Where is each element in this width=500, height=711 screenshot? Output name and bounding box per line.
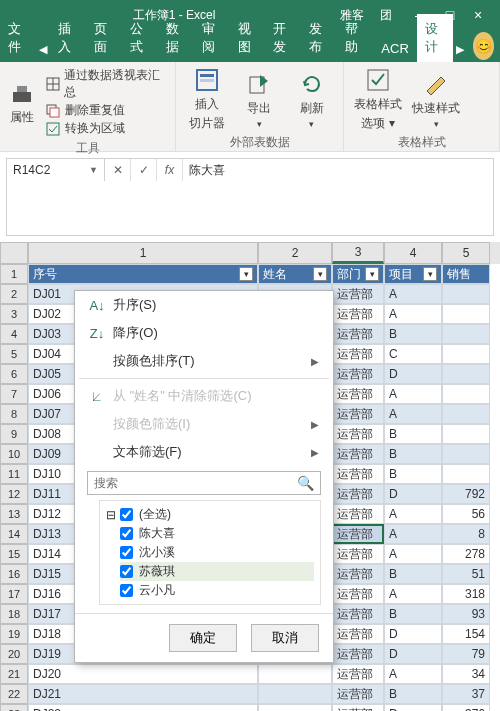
cell-dept[interactable]: 运营部 xyxy=(332,664,384,684)
slicer-button[interactable]: 插入 切片器 xyxy=(182,66,232,132)
cell-dept[interactable]: 运营部 xyxy=(332,604,384,624)
tab-design[interactable]: 设计 xyxy=(417,14,453,62)
cell-sale[interactable]: 79 xyxy=(442,644,490,664)
cell-sale[interactable] xyxy=(442,284,490,304)
row-header[interactable]: 7 xyxy=(0,384,28,404)
cell-dept[interactable]: 运营部 xyxy=(332,364,384,384)
filter-search[interactable]: 🔍 xyxy=(87,471,321,495)
cell-sale[interactable] xyxy=(442,384,490,404)
cell-proj[interactable]: A xyxy=(384,284,442,304)
fx-button[interactable]: fx xyxy=(157,159,183,181)
cell-dept[interactable]: 运营部 xyxy=(332,304,384,324)
cell-dept[interactable]: 运营部 xyxy=(332,324,384,344)
filter-check-all[interactable]: ⊟(全选) xyxy=(106,505,314,524)
cell-proj[interactable]: B xyxy=(384,464,442,484)
cell-sale[interactable]: 154 xyxy=(442,624,490,644)
row-header[interactable]: 4 xyxy=(0,324,28,344)
cell-sale[interactable] xyxy=(442,324,490,344)
tab-insert[interactable]: 插入 xyxy=(50,14,86,62)
cell-sale[interactable]: 792 xyxy=(442,484,490,504)
cell-name[interactable] xyxy=(258,704,332,711)
cell-sale[interactable]: 278 xyxy=(442,544,490,564)
cell-proj[interactable]: D xyxy=(384,704,442,711)
tab-file[interactable]: 文件 xyxy=(0,14,36,62)
cell-id[interactable]: DJ20 xyxy=(28,664,258,684)
cell-dept[interactable]: 运营部 xyxy=(332,704,384,711)
cell-dept[interactable]: 运营部 xyxy=(332,484,384,504)
tree-toggle-icon[interactable]: ⊟ xyxy=(106,508,116,522)
row-header[interactable]: 5 xyxy=(0,344,28,364)
tab-help[interactable]: 帮助 xyxy=(337,14,373,62)
cell-sale[interactable]: 51 xyxy=(442,564,490,584)
cell-proj[interactable]: B xyxy=(384,444,442,464)
filter-arrow-icon[interactable]: ▾ xyxy=(423,267,437,281)
tab-publish[interactable]: 发布 xyxy=(301,14,337,62)
export-button[interactable]: 导出 ▾ xyxy=(234,66,284,132)
row-header[interactable]: 15 xyxy=(0,544,28,564)
filter-search-input[interactable] xyxy=(94,476,297,490)
row-header[interactable]: 3 xyxy=(0,304,28,324)
tab-formula[interactable]: 公式 xyxy=(122,14,158,62)
cell-sale[interactable] xyxy=(442,344,490,364)
cell-proj[interactable]: C xyxy=(384,344,442,364)
tab-nav-right-icon[interactable]: ▶ xyxy=(453,36,467,62)
th-name[interactable]: 姓名▾ xyxy=(258,264,332,284)
cell-proj[interactable]: A xyxy=(384,304,442,324)
cell-dept[interactable]: 运营部 xyxy=(332,624,384,644)
row-header[interactable]: 10 xyxy=(0,444,28,464)
styleopt-button[interactable]: 表格样式 选项 ▾ xyxy=(350,66,406,132)
row-header[interactable]: 13 xyxy=(0,504,28,524)
cell-dept[interactable]: 运营部 xyxy=(332,564,384,584)
tab-acr[interactable]: ACR xyxy=(373,35,416,62)
cell-dept[interactable]: 运营部 xyxy=(332,644,384,664)
tab-page[interactable]: 页面 xyxy=(86,14,122,62)
tab-dev[interactable]: 开发 xyxy=(265,14,301,62)
cell-sale[interactable] xyxy=(442,424,490,444)
th-id[interactable]: 序号▾ xyxy=(28,264,258,284)
sort-desc-button[interactable]: Z↓降序(O) xyxy=(75,319,333,347)
cell-proj[interactable]: A xyxy=(384,504,442,524)
row-header[interactable]: 19 xyxy=(0,624,28,644)
tab-view[interactable]: 视图 xyxy=(230,14,266,62)
row-header[interactable]: 16 xyxy=(0,564,28,584)
filter-check-item[interactable]: 沈小溪 xyxy=(120,543,314,562)
cell-proj[interactable]: D xyxy=(384,484,442,504)
cell-sale[interactable] xyxy=(442,364,490,384)
select-all-corner[interactable] xyxy=(0,242,28,264)
filter-check-item[interactable]: 苏薇琪 xyxy=(120,562,314,581)
quickstyle-button[interactable]: 快速样式 ▾ xyxy=(408,66,464,132)
cell-dept[interactable]: 运营部 xyxy=(332,464,384,484)
cell-sale[interactable] xyxy=(442,304,490,324)
cell-sale[interactable]: 318 xyxy=(442,584,490,604)
row-header[interactable]: 21 xyxy=(0,664,28,684)
th-dept[interactable]: 部门▾ xyxy=(332,264,384,284)
filter-arrow-icon[interactable]: ▾ xyxy=(313,267,327,281)
cell-proj[interactable]: A xyxy=(384,404,442,424)
sort-asc-button[interactable]: A↓升序(S) xyxy=(75,291,333,319)
cell-sale[interactable] xyxy=(442,464,490,484)
row-header[interactable]: 12 xyxy=(0,484,28,504)
row-header[interactable]: 8 xyxy=(0,404,28,424)
row-header[interactable]: 22 xyxy=(0,684,28,704)
cell-dept[interactable]: 运营部 xyxy=(332,284,384,304)
cell-sale[interactable]: 8 xyxy=(442,524,490,544)
sort-color-button[interactable]: 按颜色排序(T)▶ xyxy=(75,347,333,375)
row-header[interactable]: 9 xyxy=(0,424,28,444)
formula-input[interactable]: 陈大喜 xyxy=(183,159,493,181)
cell-proj[interactable]: D xyxy=(384,624,442,644)
row-header[interactable]: 1 xyxy=(0,264,28,284)
pivot-button[interactable]: 通过数据透视表汇总 xyxy=(45,67,169,101)
namebox-dropdown-icon[interactable]: ▼ xyxy=(89,165,98,175)
cell-proj[interactable]: A xyxy=(384,384,442,404)
cell-dept[interactable]: 运营部 xyxy=(332,684,384,704)
accept-formula-button[interactable]: ✓ xyxy=(131,159,157,181)
cell-proj[interactable]: D xyxy=(384,644,442,664)
row-header[interactable]: 14 xyxy=(0,524,28,544)
cell-sale[interactable]: 37 xyxy=(442,684,490,704)
namebox-input[interactable]: R14C2 ▼ xyxy=(7,159,105,181)
range-button[interactable]: 转换为区域 xyxy=(45,120,169,137)
cell-sale[interactable]: 376 xyxy=(442,704,490,711)
dedup-button[interactable]: 删除重复值 xyxy=(45,102,169,119)
cell-sale[interactable]: 93 xyxy=(442,604,490,624)
row-header[interactable]: 11 xyxy=(0,464,28,484)
